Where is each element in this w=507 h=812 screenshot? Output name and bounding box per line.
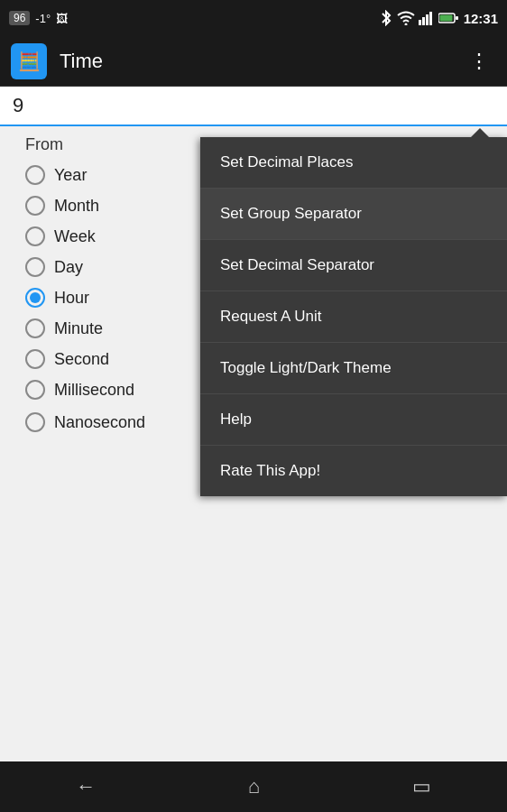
- svg-rect-1: [419, 20, 421, 25]
- value-input[interactable]: [13, 94, 193, 117]
- from-radio-circle-month: [25, 196, 45, 216]
- from-radio-label-millisecond: Millisecond: [54, 381, 134, 400]
- svg-rect-6: [439, 15, 452, 22]
- status-time: 12:31: [464, 11, 498, 26]
- dropdown-menu: Set Decimal Places Set Group Separator S…: [200, 137, 507, 496]
- menu-item-rate-app[interactable]: Rate This App!: [200, 446, 507, 496]
- menu-item-help[interactable]: Help: [200, 394, 507, 446]
- title-bar: 🧮 Time ⋮: [0, 36, 507, 87]
- svg-rect-3: [426, 14, 429, 25]
- back-button[interactable]: ←: [58, 768, 114, 806]
- overflow-menu-button[interactable]: ⋮: [462, 42, 496, 80]
- from-radio-circle-year: [25, 165, 45, 185]
- from-radio-circle-nanosecond: [25, 412, 45, 432]
- from-radio-circle-week: [25, 226, 45, 246]
- from-radio-label-hour: Hour: [54, 289, 89, 308]
- svg-rect-2: [422, 17, 425, 25]
- from-radio-circle-day: [25, 257, 45, 277]
- input-area: [0, 87, 507, 126]
- from-radio-label-second: Second: [54, 350, 109, 369]
- status-left: 96 -1° 🖼: [9, 11, 68, 25]
- svg-rect-7: [456, 16, 458, 20]
- home-button[interactable]: ⌂: [230, 768, 278, 806]
- menu-item-toggle-theme[interactable]: Toggle Light/Dark Theme: [200, 343, 507, 394]
- from-radio-circle-millisecond: [25, 380, 45, 400]
- from-radio-circle-minute: [25, 318, 45, 338]
- status-bar: 96 -1° 🖼: [0, 0, 507, 36]
- status-icons: [379, 10, 458, 26]
- from-radio-label-month: Month: [54, 197, 99, 216]
- svg-rect-4: [429, 12, 432, 25]
- main-content: From Year Month Week: [0, 87, 507, 761]
- menu-item-set-decimal-places[interactable]: Set Decimal Places: [200, 137, 507, 189]
- dropdown-arrow: [471, 128, 489, 137]
- status-right: 12:31: [379, 10, 498, 26]
- menu-item-set-group-separator[interactable]: Set Group Separator: [200, 189, 507, 240]
- from-radio-label-day: Day: [54, 258, 83, 277]
- from-radio-label-minute: Minute: [54, 319, 103, 338]
- status-badge-96: 96: [9, 11, 30, 25]
- from-radio-label-year: Year: [54, 166, 87, 185]
- svg-point-0: [404, 23, 407, 26]
- from-radio-label-week: Week: [54, 227, 96, 246]
- from-radio-label-nanosecond: Nanosecond: [54, 413, 145, 432]
- from-radio-circle-hour: [25, 288, 45, 308]
- recents-button[interactable]: ▭: [394, 768, 449, 806]
- battery-icon: [438, 12, 458, 24]
- app-icon-label: 🧮: [18, 51, 41, 72]
- app-icon: 🧮: [11, 43, 47, 79]
- status-image-icon: 🖼: [56, 12, 68, 25]
- nav-bar: ← ⌂ ▭: [0, 761, 507, 812]
- wifi-icon: [397, 11, 415, 25]
- menu-item-set-decimal-separator[interactable]: Set Decimal Separator: [200, 240, 507, 291]
- from-radio-circle-second: [25, 349, 45, 369]
- bluetooth-icon: [379, 10, 393, 26]
- page-title: Time: [60, 50, 462, 73]
- signal-icon: [419, 11, 435, 25]
- status-temp: -1°: [35, 12, 51, 25]
- menu-item-request-a-unit[interactable]: Request A Unit: [200, 291, 507, 343]
